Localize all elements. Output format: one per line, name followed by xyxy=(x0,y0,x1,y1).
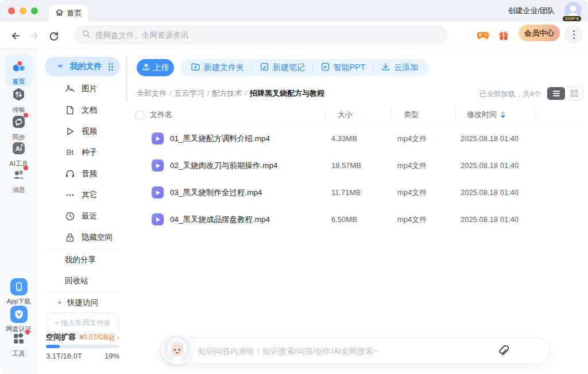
column-header-name[interactable]: 文件名 xyxy=(150,110,172,120)
tools-grid-icon xyxy=(12,332,25,348)
upload-button[interactable]: 上传 xyxy=(137,59,174,76)
refresh-icon[interactable] xyxy=(47,29,60,42)
ai-chat-bar[interactable] xyxy=(160,337,550,364)
list-view-button[interactable] xyxy=(547,87,565,100)
smart-ppt-button[interactable]: P 智能PPT xyxy=(320,62,365,73)
file-type: mp4文件 xyxy=(390,188,455,198)
sidebar-item-other[interactable]: 其它 xyxy=(37,184,127,205)
ppt-doc-icon: P xyxy=(320,62,330,73)
forward-icon[interactable] xyxy=(28,29,40,42)
recycle-bin-label: 回收站 xyxy=(65,276,88,286)
file-modified-time: 2025.08.18 01:40 xyxy=(455,215,534,224)
column-header-size[interactable]: 大小 xyxy=(338,110,353,120)
cloud-add-button[interactable]: 云添加 xyxy=(381,62,418,73)
table-row[interactable]: 04_黑叉烧成品摆盘教程.mp4 6.50MB mp4文件 2025.08.18… xyxy=(136,206,582,233)
sidebar-item-recent[interactable]: 最近 xyxy=(37,205,127,227)
rail-item-messages-label: 消息 xyxy=(0,186,37,194)
sidebar-item-label: 视频 xyxy=(82,126,97,137)
folder-drop-zone[interactable]: + 拖入常用文件夹 xyxy=(46,313,119,333)
rail-item-app-download-label: App下载 xyxy=(0,297,37,306)
sidebar-item-label: 隐藏空间 xyxy=(82,232,113,243)
sidebar-item-hidden-space[interactable]: 隐藏空间 xyxy=(37,227,127,248)
table-row[interactable]: 02_叉烧肉改刀与前期操作.mp4 18.57MB mp4文件 2025.08.… xyxy=(136,152,582,179)
rail-item-tools[interactable]: 工具 xyxy=(0,332,37,358)
video-file-icon xyxy=(152,133,164,145)
table-row[interactable]: 01_黑叉烧配方调料介绍.mp4 4.33MB mp4文件 2025.08.18… xyxy=(136,125,582,152)
my-files-menu-icon[interactable] xyxy=(109,63,113,71)
rail-item-messages[interactable]: 消息 xyxy=(0,167,37,194)
my-shares-label: 我的分享 xyxy=(65,255,96,265)
maximize-window-button[interactable] xyxy=(31,7,38,14)
more-menu-icon[interactable] xyxy=(564,25,583,44)
sidebar-item-documents[interactable]: 文档 xyxy=(37,99,127,120)
sidebar-item-label: 文档 xyxy=(82,105,97,115)
divider xyxy=(252,64,252,72)
rail-item-transfer[interactable]: 传输 xyxy=(0,87,37,114)
search-bar[interactable] xyxy=(74,25,448,45)
video-file-icon xyxy=(152,186,164,198)
sidebar-item-label: 种子 xyxy=(82,147,97,158)
user-avatar[interactable]: SVIP·8 xyxy=(564,1,582,21)
minimize-window-button[interactable] xyxy=(20,7,26,14)
upload-button-label: 上传 xyxy=(153,63,169,73)
sidebar-item-videos[interactable]: 视频 xyxy=(37,120,127,142)
breadcrumb-current: 招牌黑叉烧配方与教程 xyxy=(250,89,324,98)
new-folder-label: 新建文件夹 xyxy=(204,63,244,73)
note-pencil-icon xyxy=(260,62,269,73)
file-name: 02_叉烧肉改刀与前期操作.mp4 xyxy=(170,161,278,171)
sidebar-item-audio[interactable]: 音频 xyxy=(37,163,127,184)
transfer-icon xyxy=(11,87,26,104)
netdisk-logo-icon xyxy=(11,66,26,76)
quick-access-header[interactable]: 快捷访问 xyxy=(37,292,127,314)
sidebar-item-torrents[interactable]: Bt 种子 xyxy=(37,142,127,163)
sidebar-item-my-shares[interactable]: 我的分享 xyxy=(37,249,127,270)
breadcrumb-part[interactable]: 全部文件 xyxy=(137,89,167,98)
chevron-right-icon: › xyxy=(117,334,119,341)
storage-expand-price-link[interactable]: ¥0.07/GB起 › xyxy=(79,333,119,342)
my-files-header[interactable]: 我的文件 xyxy=(45,57,120,76)
tab-home[interactable]: 首页 xyxy=(49,5,88,22)
traffic-lights xyxy=(8,7,38,14)
smart-ppt-label: 智能PPT xyxy=(334,63,365,73)
create-team-link[interactable]: 创建企业/团队 xyxy=(508,6,555,16)
file-table: 文件名 大小 类型 修改时间 01_黑叉烧配方调料介绍.mp4 4.33MB m… xyxy=(136,104,582,233)
ai-assistant-mascot[interactable] xyxy=(162,334,192,364)
headphones-icon xyxy=(65,169,75,179)
rail-item-home-label: 首页 xyxy=(5,77,33,86)
close-window-button[interactable] xyxy=(8,7,15,14)
sidebar-item-recycle-bin[interactable]: 回收站 xyxy=(37,270,127,291)
image-icon xyxy=(65,84,75,94)
back-icon[interactable] xyxy=(9,29,22,42)
rail-item-ai-tools[interactable]: Ai AI工具 xyxy=(0,141,37,168)
window-titlebar: 首页 创建企业/团队 SVIP·8 xyxy=(0,0,588,22)
chevron-down-icon xyxy=(57,65,63,68)
gift-icon[interactable] xyxy=(497,29,510,42)
video-file-icon xyxy=(152,213,164,225)
attachment-paperclip-icon[interactable] xyxy=(497,344,510,357)
rail-item-sync[interactable]: 同步 xyxy=(0,115,37,142)
svg-text:P: P xyxy=(324,65,327,70)
column-header-time[interactable]: 修改时间 xyxy=(467,110,497,120)
rail-item-app-download[interactable]: App下载 xyxy=(0,278,37,306)
rail-item-certification[interactable]: 网盘认证 xyxy=(0,306,37,333)
netdisk-app-window: 首页 创建企业/团队 SVIP·8 xyxy=(0,0,588,374)
breadcrumb-part[interactable]: 配方技术 xyxy=(212,89,242,98)
search-input[interactable] xyxy=(95,31,440,40)
new-folder-button[interactable]: 新建文件夹 xyxy=(191,62,244,73)
grid-view-button[interactable] xyxy=(565,87,583,100)
select-all-checkbox[interactable] xyxy=(136,111,144,119)
svg-text:Ai: Ai xyxy=(16,145,22,152)
tools-notification-dot xyxy=(25,330,30,334)
rail-item-home[interactable]: 首页 xyxy=(5,54,33,86)
member-center-button[interactable]: 会员中心 xyxy=(519,25,560,41)
breadcrumb-separator: / xyxy=(245,89,247,98)
column-header-type[interactable]: 类型 xyxy=(404,110,419,120)
table-row[interactable]: 03_黑叉烧制作全过程.mp4 11.71MB mp4文件 2025.08.18… xyxy=(136,179,582,206)
breadcrumb-part[interactable]: 五云学习 xyxy=(175,89,204,98)
games-icon[interactable] xyxy=(477,29,489,42)
new-note-button[interactable]: 新建笔记 xyxy=(260,62,305,73)
ai-chat-input[interactable] xyxy=(198,346,521,356)
sidebar-item-pictures[interactable]: 图片 xyxy=(37,78,127,99)
sort-icon[interactable] xyxy=(501,111,505,118)
file-modified-time: 2025.08.18 01:40 xyxy=(455,188,534,197)
